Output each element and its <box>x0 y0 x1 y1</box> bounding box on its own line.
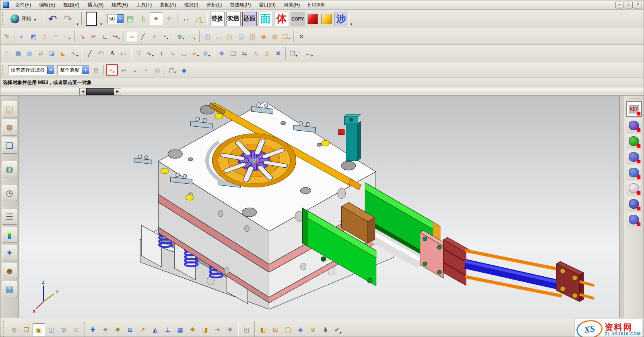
erase-object[interactable]: ◒ <box>129 65 140 75</box>
edit-dimension[interactable]: ↔▾ <box>303 48 314 59</box>
toolbar-grip[interactable] <box>2 65 5 76</box>
menu-assemblies[interactable]: 装配(A) <box>156 1 180 9</box>
remember-constraints[interactable]: ▦ <box>174 323 186 336</box>
part-navigator-button[interactable]: ❏ <box>2 138 17 154</box>
update-structure[interactable]: ✔▾ <box>332 323 344 336</box>
see-through-button[interactable]: 实透 <box>226 12 241 26</box>
intersect-curve[interactable]: ≈ <box>167 48 178 59</box>
wrap-curve[interactable]: ⊘▾ <box>201 48 212 59</box>
measure-angle-button[interactable]: ◿▾ <box>192 12 205 25</box>
menu-help[interactable]: 帮助(H) <box>280 1 304 9</box>
open-component[interactable]: ❐ <box>20 323 33 336</box>
snapshot[interactable]: ⊙ <box>58 323 70 336</box>
palette-item-screw-part[interactable] <box>627 118 641 133</box>
display-tools-dropdown[interactable]: ▾ <box>349 22 354 28</box>
menu-preferences[interactable]: 首选项(P) <box>226 1 254 9</box>
toolbar-grip[interactable] <box>3 321 6 337</box>
assembly-navigator-button[interactable]: ◱ <box>2 101 17 117</box>
pad[interactable]: ◳ <box>224 31 235 41</box>
body-display-button[interactable]: 体 <box>275 12 289 26</box>
trim-curve[interactable]: ↘ <box>77 31 88 41</box>
mirror-assembly[interactable]: ◭ <box>149 323 161 336</box>
horizontal-scrollbar[interactable]: ◀ ▶ <box>0 87 644 96</box>
cylinder-align[interactable]: ∆ <box>261 48 272 59</box>
instance-feature-dropdown[interactable]: ▾ <box>288 37 290 41</box>
boss[interactable]: ◍ <box>269 31 281 41</box>
through-curves[interactable]: ◐ <box>17 31 28 41</box>
minimize-button[interactable]: ─ <box>615 2 623 8</box>
extrude[interactable]: ⇧ <box>39 31 50 41</box>
show-components[interactable]: ◫ <box>45 323 58 336</box>
find-component[interactable]: ◎ <box>8 323 20 336</box>
block[interactable]: ◰ <box>202 31 213 41</box>
application-icon[interactable] <box>3 2 9 8</box>
menu-view[interactable]: 视图(V) <box>60 1 83 9</box>
palette-item-cylinder-part[interactable] <box>627 212 641 227</box>
rollback[interactable]: ↩ <box>118 65 129 75</box>
undo-button[interactable]: ↶ <box>45 11 60 27</box>
reference-sets[interactable]: ◧ <box>257 323 269 336</box>
text-curve[interactable]: A <box>107 48 118 59</box>
bounded-plane[interactable]: ◍ <box>24 48 35 59</box>
move-to-layer-button[interactable]: ⇩ <box>137 12 150 25</box>
palette-item-plate-part[interactable] <box>627 165 641 180</box>
boolean-unite[interactable]: ⊕▾ <box>175 31 186 41</box>
studio-surface[interactable]: ∿▾ <box>69 48 80 59</box>
variational-sweep[interactable]: ◠ <box>50 31 62 41</box>
replace-button[interactable]: 替换 <box>210 12 225 26</box>
interpart-planes[interactable]: ⊟ <box>91 65 102 75</box>
hydraulic-cylinder[interactable] <box>420 230 594 302</box>
arc-circle[interactable]: ◔▾ <box>160 31 171 41</box>
translucent-cube-button[interactable] <box>321 14 332 24</box>
instance-feature[interactable]: ❏▾ <box>281 31 292 41</box>
menu-edit[interactable]: 编辑(E) <box>35 1 59 9</box>
paste-object[interactable]: ⇆ <box>239 48 250 59</box>
close-button[interactable]: ✕ <box>634 2 642 8</box>
move-component[interactable]: ↗ <box>136 323 149 336</box>
divide-curve[interactable]: ✂ <box>88 31 99 41</box>
swept-surface[interactable]: ◩ <box>28 31 39 41</box>
product-outline[interactable]: ▣ <box>33 323 45 336</box>
menu-format[interactable]: 格式(R) <box>108 1 132 9</box>
visualization-button[interactable]: ▮ <box>2 227 17 243</box>
add-component[interactable]: ✚ <box>87 323 99 336</box>
snap-point[interactable]: ⌖▾ <box>106 64 118 76</box>
datum-csys-button[interactable]: ✧ <box>163 12 175 25</box>
studio-spline[interactable]: ∿▾ <box>144 48 156 59</box>
toolbar-grip[interactable] <box>2 12 5 25</box>
history-palette-button[interactable]: ◷ <box>2 185 17 201</box>
menu-file[interactable]: 文件(F) <box>12 1 35 9</box>
scale-body[interactable]: ✕ <box>296 31 307 41</box>
measure-distance-button[interactable]: ↔ <box>180 12 192 25</box>
measure-angle-dropdown[interactable]: ▾ <box>201 21 202 25</box>
trim-corner[interactable]: ∟ <box>99 31 111 41</box>
sketch-in-place-dropdown[interactable]: ▾ <box>194 37 195 41</box>
palette-item-link-part[interactable] <box>627 134 641 148</box>
menu-tools[interactable]: 工具(T) <box>132 1 155 9</box>
restore-button[interactable]: ❐ <box>625 2 633 8</box>
selection-scope-dropdown[interactable]: ▼ <box>82 66 89 74</box>
snap-point-dropdown[interactable]: ▾ <box>113 70 115 75</box>
edit-dimension-dropdown[interactable]: ▾ <box>311 54 313 58</box>
move-object[interactable]: ✥ <box>216 48 227 59</box>
undo-selection[interactable]: ⌖ <box>140 65 152 75</box>
new-component[interactable]: ✷ <box>99 323 111 336</box>
copy-paste-special[interactable]: ❐▾ <box>288 48 299 59</box>
relations-browser[interactable]: ⋔ <box>319 323 332 336</box>
curve-length-dropdown[interactable]: ▾ <box>118 37 120 41</box>
arc-circle-dropdown[interactable]: ▾ <box>167 37 168 41</box>
palette-item-block-part[interactable] <box>627 150 641 164</box>
restore-display-button[interactable]: 还原 <box>242 12 257 26</box>
ruled-surface[interactable]: ◜ <box>1 48 12 59</box>
boolean-unite-dropdown[interactable]: ▾ <box>183 37 184 41</box>
bridge-curve[interactable]: ◡ <box>178 48 190 59</box>
flatten-curve-dropdown[interactable]: ▾ <box>197 54 199 58</box>
selection-rectangle[interactable]: ▢▾ <box>167 65 178 75</box>
trimmed-sheet[interactable]: ◪ <box>46 48 58 59</box>
copy-object[interactable]: ❏ <box>227 48 239 59</box>
menu-analysis[interactable]: 分析(L) <box>203 1 226 9</box>
update-structure-dropdown[interactable]: ▾ <box>340 331 341 335</box>
start-button[interactable]: 开始 ▾ <box>7 13 41 25</box>
exploded-view[interactable]: ✥ <box>186 323 199 336</box>
through-mesh[interactable]: ▦ <box>12 48 24 59</box>
